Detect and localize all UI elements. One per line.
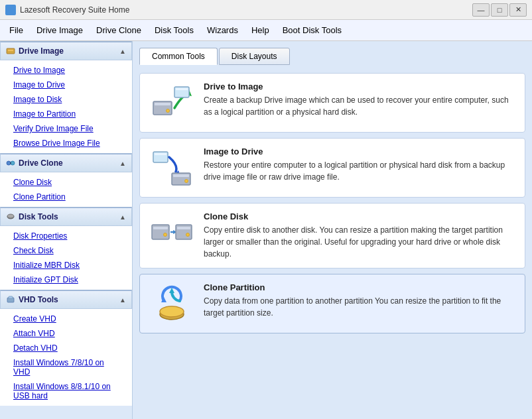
- vhd-tools-items: Create VHD Attach VHD Detach VHD Install…: [0, 309, 132, 406]
- tab-bar: Common Tools Disk Layouts: [139, 48, 525, 65]
- tab-common-tools[interactable]: Common Tools: [139, 48, 218, 65]
- menu-bar: File Drive Image Drive Clone Disk Tools …: [0, 20, 532, 41]
- card-clone-partition-title: Clone Partition: [204, 282, 514, 292]
- card-clone-disk-title: Clone Disk: [204, 211, 514, 221]
- card-clone-disk-desc: Copy entire disk to another disk. You ca…: [204, 224, 514, 260]
- menu-file[interactable]: File: [3, 23, 30, 38]
- drive-to-image-icon: [151, 82, 193, 124]
- main-container: Drive Image ▲ Drive to Image Image to Dr…: [0, 41, 532, 419]
- svg-point-22: [164, 233, 167, 237]
- image-to-drive-icon: [151, 147, 193, 189]
- close-button[interactable]: ✕: [509, 3, 527, 17]
- sidebar-link-init-mbr-disk[interactable]: Initialize MBR Disk: [0, 258, 132, 272]
- app-icon: [5, 5, 16, 15]
- svg-point-26: [186, 233, 190, 237]
- card-clone-partition[interactable]: Clone Partition Copy data from one parti…: [139, 274, 525, 333]
- svg-point-5: [7, 214, 14, 218]
- svg-rect-1: [8, 50, 13, 51]
- window-controls: — □ ✕: [472, 3, 527, 17]
- card-image-to-drive-text: Image to Drive Restore your entire compu…: [204, 147, 514, 183]
- card-image-to-drive[interactable]: Image to Drive Restore your entire compu…: [139, 138, 525, 198]
- sidebar-link-check-disk[interactable]: Check Disk: [0, 243, 132, 258]
- menu-wizards[interactable]: Wizards: [200, 23, 245, 38]
- drive-clone-items: Clone Disk Clone Partition: [0, 172, 132, 207]
- sidebar-link-init-gpt-disk[interactable]: Initialize GPT Disk: [0, 272, 132, 287]
- sidebar-link-clone-disk[interactable]: Clone Disk: [0, 175, 132, 190]
- maximize-button[interactable]: □: [491, 3, 508, 17]
- menu-drive-clone[interactable]: Drive Clone: [90, 23, 148, 38]
- clone-partition-icon: [151, 282, 193, 325]
- menu-boot-disk-tools[interactable]: Boot Disk Tools: [276, 23, 348, 38]
- svg-rect-18: [173, 174, 189, 177]
- sidebar-link-disk-properties[interactable]: Disk Properties: [0, 229, 132, 243]
- clone-disk-icon: [151, 211, 193, 254]
- card-clone-partition-desc: Copy data from one partition to another …: [204, 295, 514, 319]
- vhd-tools-section-icon: [6, 295, 15, 304]
- drive-image-items: Drive to Image Image to Drive Image to D…: [0, 60, 132, 153]
- sidebar-link-browse-drive-image[interactable]: Browse Drive Image File: [0, 136, 132, 150]
- drive-image-section-icon: [6, 46, 15, 56]
- sidebar-section-vhd-tools[interactable]: VHD Tools ▲: [0, 290, 132, 309]
- minimize-button[interactable]: —: [472, 3, 490, 17]
- svg-rect-13: [176, 88, 188, 90]
- card-clone-partition-text: Clone Partition Copy data from one parti…: [204, 282, 514, 319]
- menu-disk-tools[interactable]: Disk Tools: [148, 23, 200, 38]
- svg-point-19: [185, 180, 188, 183]
- svg-marker-30: [169, 288, 174, 293]
- menu-help[interactable]: Help: [245, 23, 276, 38]
- card-drive-to-image-desc: Create a backup Drive image which can be…: [204, 94, 514, 118]
- sidebar-link-attach-vhd[interactable]: Attach VHD: [0, 326, 132, 341]
- card-image-to-drive-desc: Restore your entire computer to a logica…: [204, 159, 514, 183]
- window-title: Lazesoft Recovery Suite Home: [20, 5, 472, 15]
- svg-rect-15: [155, 153, 166, 155]
- sidebar-link-install-win8-usb[interactable]: Install Windows 8/8.1/10 on USB hard: [0, 379, 132, 403]
- card-clone-disk[interactable]: Clone Disk Copy entire disk to another d…: [139, 203, 525, 269]
- drive-clone-chevron: ▲: [119, 160, 126, 167]
- sidebar-link-drive-to-image[interactable]: Drive to Image: [0, 63, 132, 78]
- disk-tools-items: Disk Properties Check Disk Initialize MB…: [0, 226, 132, 290]
- sidebar-section-disk-tools[interactable]: Disk Tools ▲: [0, 207, 132, 226]
- sidebar-link-image-to-disk[interactable]: Image to Disk: [0, 92, 132, 107]
- title-bar: Lazesoft Recovery Suite Home — □ ✕: [0, 0, 532, 20]
- sidebar-link-detach-vhd[interactable]: Detach VHD: [0, 341, 132, 355]
- svg-rect-9: [155, 103, 170, 105]
- disk-tools-chevron: ▲: [119, 213, 126, 221]
- drive-clone-label: Drive Clone: [19, 158, 63, 168]
- sidebar-section-drive-clone[interactable]: Drive Clone ▲: [0, 153, 132, 172]
- vhd-tools-label: VHD Tools: [19, 295, 58, 304]
- sidebar-link-create-vhd[interactable]: Create VHD: [0, 312, 132, 326]
- sidebar-link-image-to-drive[interactable]: Image to Drive: [0, 78, 132, 92]
- svg-point-10: [166, 109, 170, 113]
- svg-rect-7: [9, 296, 13, 298]
- sidebar-link-verify-drive-image[interactable]: Verify Drive Image File: [0, 121, 132, 136]
- sidebar-section-drive-image[interactable]: Drive Image ▲: [0, 41, 132, 60]
- sidebar-link-install-win7[interactable]: Install Windows 7/8/10 on VHD: [0, 355, 132, 379]
- disk-tools-label: Disk Tools: [19, 212, 58, 221]
- menu-drive-image[interactable]: Drive Image: [30, 23, 90, 38]
- tab-disk-layouts[interactable]: Disk Layouts: [219, 48, 290, 65]
- card-drive-to-image[interactable]: Drive to Image Create a backup Drive ima…: [139, 73, 525, 133]
- drive-clone-section-icon: [6, 158, 15, 168]
- drive-image-chevron: ▲: [119, 48, 126, 55]
- content-area: Common Tools Disk Layouts: [133, 41, 532, 419]
- svg-rect-25: [177, 227, 190, 229]
- disk-tools-section-icon: [6, 212, 15, 221]
- vhd-tools-chevron: ▲: [119, 296, 126, 304]
- card-drive-to-image-text: Drive to Image Create a backup Drive ima…: [204, 82, 514, 118]
- sidebar-link-image-to-partition[interactable]: Image to Partition: [0, 107, 132, 121]
- sidebar-link-clone-partition[interactable]: Clone Partition: [0, 190, 132, 204]
- card-clone-disk-text: Clone Disk Copy entire disk to another d…: [204, 211, 514, 260]
- drive-image-label: Drive Image: [19, 46, 64, 56]
- svg-point-28: [160, 306, 184, 317]
- svg-rect-21: [153, 227, 168, 229]
- card-image-to-drive-title: Image to Drive: [204, 147, 514, 156]
- card-drive-to-image-title: Drive to Image: [204, 82, 514, 91]
- sidebar: Drive Image ▲ Drive to Image Image to Dr…: [0, 41, 133, 419]
